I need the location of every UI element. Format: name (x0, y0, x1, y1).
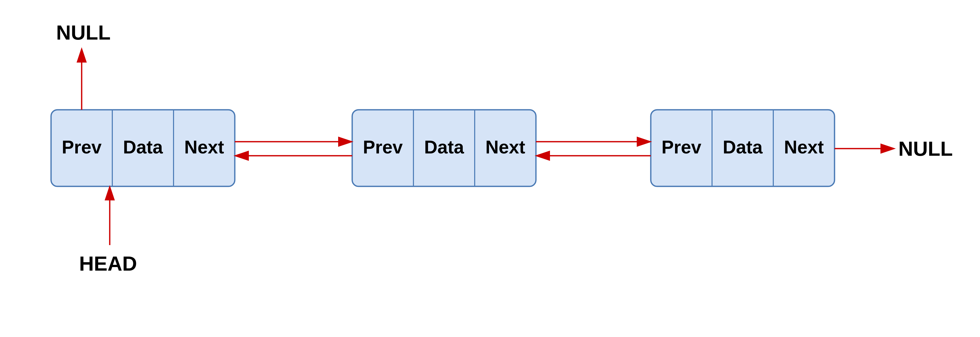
node3-next-label: Next (784, 137, 824, 157)
node1-prev-label: Prev (62, 137, 102, 157)
node2-next-label: Next (485, 137, 525, 157)
node3-data-label: Data (723, 137, 763, 157)
node1-data-label: Data (123, 137, 163, 157)
null-right-label: NULL (898, 137, 953, 160)
head-label: HEAD (79, 252, 137, 275)
node1-next-label: Next (184, 137, 224, 157)
null-left-label: NULL (56, 21, 110, 44)
diagram-container: Prev Data Next Prev Data Next Prev Data … (0, 0, 980, 337)
node2-prev-label: Prev (363, 137, 403, 157)
node2-data-label: Data (424, 137, 464, 157)
node3-prev-label: Prev (662, 137, 701, 157)
